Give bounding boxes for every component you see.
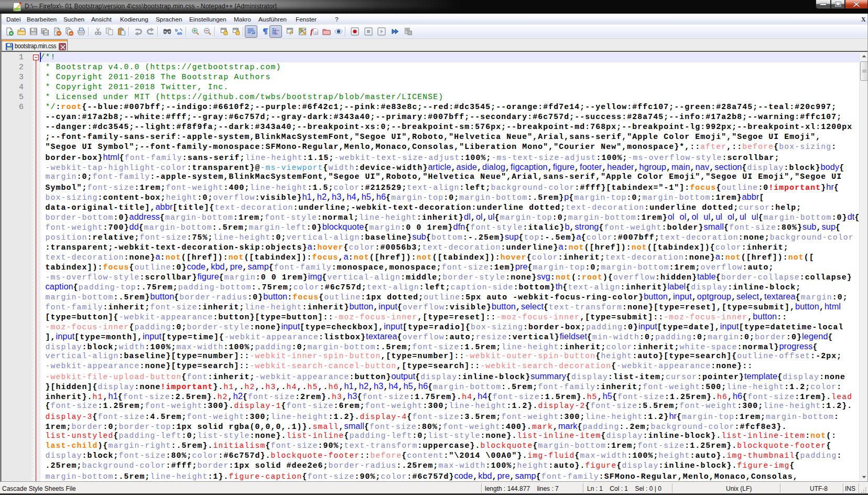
svg-text:ab: ab bbox=[177, 31, 182, 36]
